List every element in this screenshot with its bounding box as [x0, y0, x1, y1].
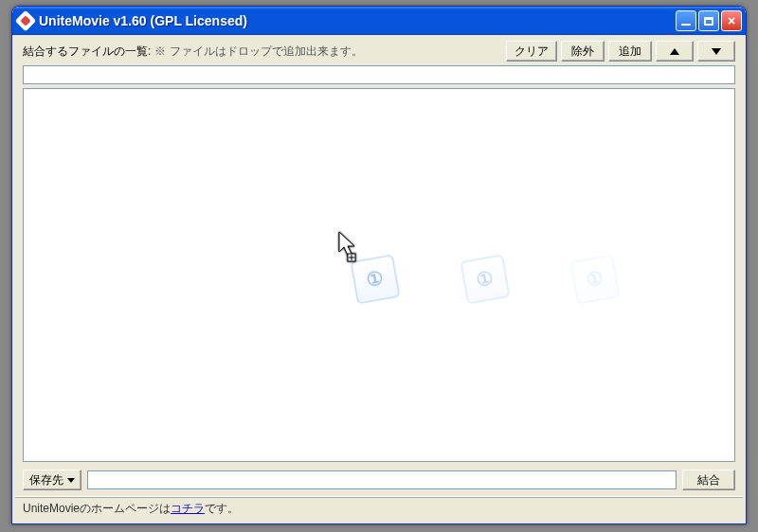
save-to-dropdown[interactable]: 保存先: [23, 470, 81, 490]
drag-ghost-icons: ① ① ①: [353, 257, 617, 301]
file-list-area[interactable]: ① ① ①: [23, 88, 735, 462]
minimize-button[interactable]: [676, 10, 696, 31]
status-bar: UniteMovieのホームページはコチラです。: [15, 496, 743, 521]
homepage-link[interactable]: コチラ: [171, 502, 205, 515]
bottom-toolbar: 保存先 結合: [15, 468, 743, 496]
toolbar: 結合するファイルの一覧: ※ ファイルはドロップで追加出来ます。 クリア 除外 …: [15, 35, 743, 65]
move-up-button[interactable]: [656, 41, 694, 62]
client-area: 結合するファイルの一覧: ※ ファイルはドロップで追加出来ます。 クリア 除外 …: [15, 35, 743, 521]
drop-hint: ※ ファイルはドロップで追加出来ます。: [154, 44, 362, 60]
close-button[interactable]: ×: [721, 10, 742, 31]
triangle-up-icon: [670, 48, 679, 55]
file-list-label: 結合するファイルの一覧:: [23, 44, 151, 60]
save-to-label: 保存先: [29, 472, 63, 488]
window-controls: ×: [676, 10, 742, 31]
dropdown-arrow-icon: [67, 478, 75, 483]
window-title: UniteMovie v1.60 (GPL Licensed): [39, 13, 676, 28]
svg-marker-0: [339, 232, 354, 256]
app-window: UniteMovie v1.60 (GPL Licensed) × 結合するファ…: [11, 6, 747, 524]
ghost-file-icon: ①: [460, 254, 510, 304]
move-down-button[interactable]: [697, 41, 735, 62]
ghost-file-icon: ①: [350, 254, 400, 304]
maximize-button[interactable]: [698, 10, 719, 31]
remove-button[interactable]: 除外: [561, 41, 605, 62]
add-button[interactable]: 追加: [608, 41, 652, 62]
clear-button[interactable]: クリア: [506, 41, 557, 62]
status-prefix: UniteMovieのホームページは: [23, 502, 171, 515]
current-path-row: [15, 65, 743, 88]
ghost-file-icon: ①: [569, 254, 620, 304]
current-path-input[interactable]: [23, 65, 735, 84]
app-icon: [15, 10, 37, 32]
triangle-down-icon: [712, 48, 721, 55]
join-button[interactable]: 結合: [682, 470, 735, 490]
save-path-input[interactable]: [87, 470, 677, 489]
status-suffix: です。: [205, 502, 239, 515]
titlebar[interactable]: UniteMovie v1.60 (GPL Licensed) ×: [12, 7, 746, 35]
